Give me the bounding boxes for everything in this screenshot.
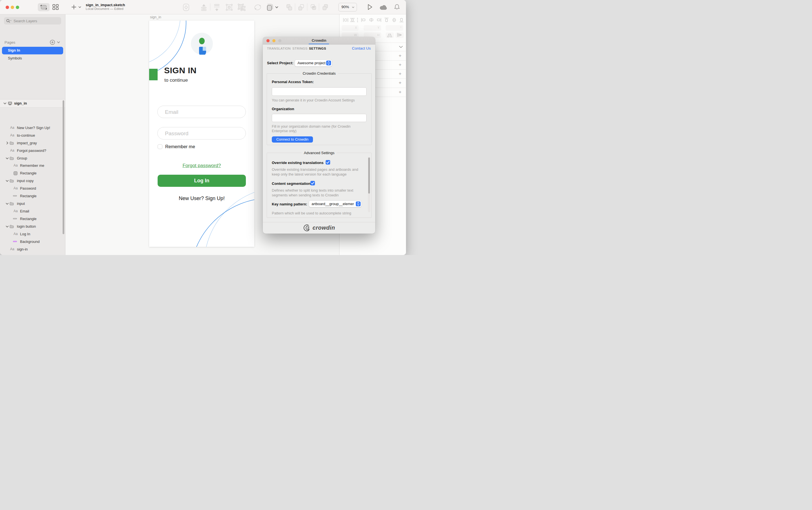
layer-row[interactable]: AaPassword: [0, 185, 63, 192]
chevron-down-icon[interactable]: [3, 102, 6, 104]
log-in-button[interactable]: Log In: [157, 175, 246, 187]
layer-row[interactable]: Group: [0, 154, 63, 162]
contact-us-link[interactable]: Contact Us: [352, 46, 371, 51]
add-border-button[interactable]: +: [399, 71, 402, 77]
layer-row[interactable]: Aasign-in: [0, 245, 63, 253]
align-left-icon[interactable]: [361, 18, 366, 22]
page-item-sign-in[interactable]: Sign In: [0, 47, 65, 54]
override-checkbox[interactable]: [326, 160, 330, 164]
page-item-symbols[interactable]: Symbols: [0, 55, 65, 62]
folder-open-icon: [9, 225, 14, 228]
x-position-field[interactable]: X: [342, 25, 359, 31]
align-center-horizontal-icon[interactable]: [369, 18, 374, 22]
layer-row[interactable]: input: [0, 200, 63, 207]
chevron-down-icon[interactable]: [6, 226, 9, 228]
layer-row[interactable]: login button: [0, 222, 63, 230]
chevron-right-icon[interactable]: [6, 142, 8, 145]
chevron-down-icon[interactable]: [6, 180, 9, 182]
flip-vertical-button[interactable]: [396, 32, 404, 38]
add-fill-button[interactable]: +: [399, 62, 402, 68]
key-pattern-dropdown[interactable]: artboard__group__elemer: [309, 201, 361, 207]
align-bottom-icon[interactable]: [399, 18, 404, 23]
crowdin-logo-icon: [303, 224, 312, 231]
insert-chevron-icon[interactable]: [78, 6, 81, 8]
add-page-button[interactable]: [50, 40, 55, 45]
notifications-bell-button[interactable]: [394, 4, 400, 10]
boolean-subtract-icon[interactable]: [298, 4, 304, 11]
distribute-horizontally-icon[interactable]: [343, 18, 348, 22]
symbol-tool-icon[interactable]: [183, 4, 190, 11]
group-icon[interactable]: [226, 4, 233, 11]
zoom-level-dropdown[interactable]: 90%: [338, 3, 357, 11]
tab-settings[interactable]: SETTINGS: [309, 47, 326, 50]
layer-row[interactable]: AaLog In: [0, 230, 63, 238]
tab-translation[interactable]: TRANSLATION: [267, 47, 291, 50]
add-shadow-button[interactable]: +: [399, 80, 402, 86]
layer-row[interactable]: Rectangle: [0, 253, 63, 255]
layer-row[interactable]: Rectangle: [0, 169, 63, 177]
connect-to-crowdin-button[interactable]: Connect to Crowdin: [272, 137, 313, 143]
layer-row[interactable]: Rectangle: [0, 215, 63, 222]
align-right-icon[interactable]: [376, 18, 381, 22]
zoom-window-button[interactable]: [16, 6, 19, 9]
align-top-icon[interactable]: [384, 18, 389, 23]
edit-shape-icon[interactable]: [254, 4, 262, 11]
tab-strings[interactable]: STRINGS: [292, 47, 308, 50]
text-layer-icon: Aa: [10, 149, 14, 152]
close-window-button[interactable]: [6, 6, 9, 9]
advanced-scrollbar-thumb[interactable]: [368, 157, 370, 193]
layer-row[interactable]: AaRemember me: [0, 162, 63, 169]
insert-plus-button[interactable]: [71, 4, 77, 9]
artboard-title[interactable]: sign_in: [150, 15, 161, 19]
text-layer-icon: Aa: [10, 126, 14, 130]
add-blur-button[interactable]: +: [399, 89, 402, 95]
send-backward-icon[interactable]: [214, 4, 220, 11]
layer-row[interactable]: impact_gray: [0, 139, 63, 147]
distribute-vertically-icon[interactable]: [350, 18, 355, 22]
sign-in-artboard[interactable]: SIGN IN to continue Email Password Remem…: [149, 21, 254, 247]
layer-row[interactable]: Aato-continue: [0, 131, 63, 139]
add-style-button[interactable]: +: [399, 53, 402, 59]
sign-up-text[interactable]: New User? Sign Up!: [149, 196, 254, 202]
segmentation-checkbox[interactable]: [311, 181, 315, 185]
search-layers-field[interactable]: Search Layers: [4, 17, 61, 25]
organization-input[interactable]: [272, 114, 367, 122]
grid-view-toggle[interactable]: [53, 4, 59, 10]
ungroup-icon[interactable]: [238, 4, 245, 11]
chevron-down-icon[interactable]: [6, 157, 9, 159]
layer-label: Log In: [20, 232, 30, 236]
layer-row[interactable]: Rectangle: [0, 192, 63, 200]
remember-me-checkbox[interactable]: [157, 144, 163, 149]
layer-row[interactable]: AaNew User? Sign Up!: [0, 124, 63, 131]
more-options-icon[interactable]: [357, 18, 358, 22]
sidebar-scrollbar[interactable]: [63, 100, 64, 234]
frame-tool-chevron-icon[interactable]: [275, 6, 278, 8]
frame-tool-icon[interactable]: [266, 4, 274, 11]
layer-row[interactable]: Background: [0, 238, 63, 245]
align-middle-vertical-icon[interactable]: [392, 18, 397, 23]
minimize-window-button[interactable]: [11, 6, 14, 9]
pages-collapse-chevron-icon[interactable]: [57, 41, 60, 43]
password-field[interactable]: Password: [157, 127, 246, 140]
layer-row[interactable]: AaForgot password?: [0, 147, 63, 154]
canvas-view-toggle[interactable]: [38, 3, 50, 11]
section-collapse-chevron-icon[interactable]: [399, 46, 403, 48]
cloud-share-button[interactable]: [379, 4, 388, 11]
artboard-group-row[interactable]: sign_in: [0, 99, 65, 108]
chevron-down-icon[interactable]: [6, 203, 9, 205]
flip-horizontal-button[interactable]: [386, 32, 394, 38]
text-layer-icon: Aa: [13, 232, 18, 236]
token-input[interactable]: [272, 87, 367, 96]
preview-play-button[interactable]: [367, 4, 373, 10]
layer-row[interactable]: AaEmail: [0, 207, 63, 215]
forgot-password-link[interactable]: Forgot password?: [149, 163, 254, 169]
email-field[interactable]: Email: [157, 106, 246, 118]
rotation-field[interactable]: °: [386, 25, 403, 31]
boolean-intersect-icon[interactable]: [310, 4, 317, 11]
boolean-difference-icon[interactable]: [322, 4, 328, 11]
layer-row[interactable]: input copy: [0, 177, 63, 185]
bring-forward-icon[interactable]: [201, 4, 207, 11]
boolean-union-icon[interactable]: [286, 4, 293, 11]
y-position-field[interactable]: Y: [364, 25, 381, 31]
select-project-dropdown[interactable]: Awesome project: [295, 60, 332, 66]
